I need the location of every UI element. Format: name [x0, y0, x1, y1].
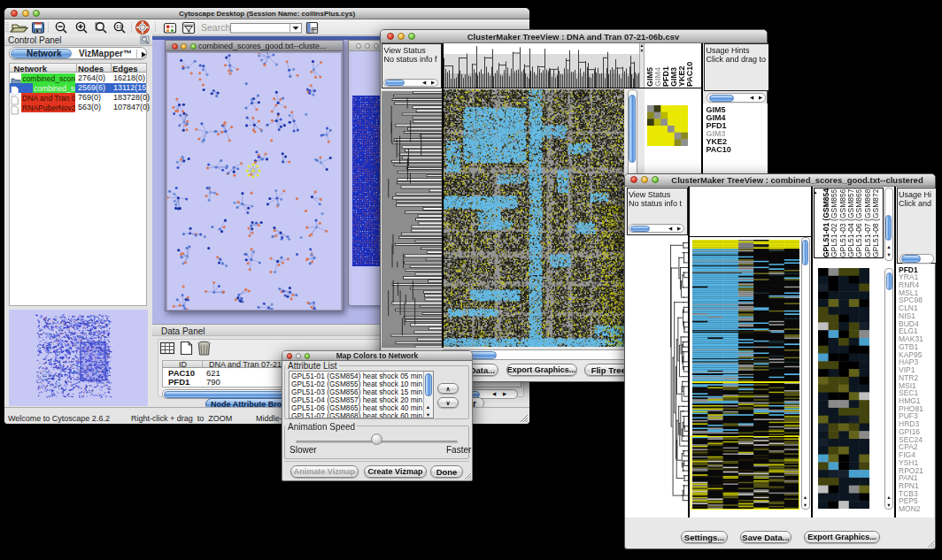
- svg-text:1:1: 1:1: [116, 25, 122, 29]
- svg-text:Search:: Search:: [201, 22, 233, 33]
